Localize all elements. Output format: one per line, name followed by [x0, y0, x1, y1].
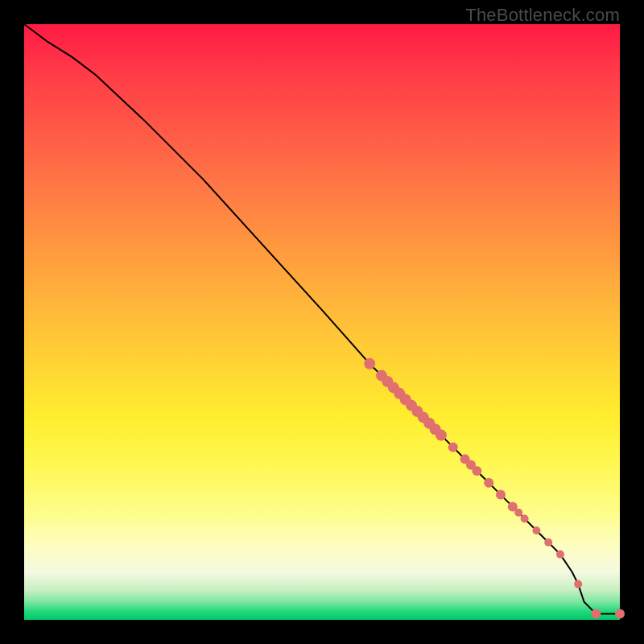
data-point-marker [364, 358, 375, 369]
data-point-marker [591, 609, 601, 619]
data-point-marker [472, 466, 481, 476]
curve-svg [24, 24, 620, 620]
plot-area [24, 24, 620, 620]
data-point-marker [436, 430, 447, 441]
data-point-marker [514, 509, 522, 517]
data-point-marker [615, 609, 625, 619]
bottleneck-curve-path [24, 24, 620, 614]
data-point-marker [544, 539, 552, 547]
data-point-marker [484, 478, 493, 488]
data-point-marker [448, 442, 458, 452]
data-point-marker [556, 551, 564, 559]
data-point-marker [532, 526, 540, 535]
data-point-marker [496, 490, 506, 500]
chart-stage: TheBottleneck.com [0, 0, 644, 644]
attribution-text: TheBottleneck.com [465, 5, 620, 26]
data-point-marker [574, 580, 582, 588]
data-point-marker [521, 514, 529, 522]
